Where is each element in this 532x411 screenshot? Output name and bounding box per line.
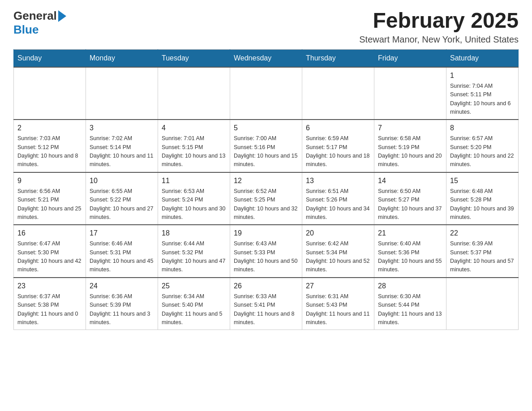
calendar-cell — [374, 67, 446, 120]
day-number: 2 — [17, 123, 82, 133]
day-info: Sunrise: 6:43 AM Sunset: 5:33 PM Dayligh… — [234, 240, 298, 274]
calendar-week-row: 2Sunrise: 7:03 AM Sunset: 5:12 PM Daylig… — [14, 120, 519, 172]
calendar-cell — [14, 67, 86, 120]
calendar-cell — [446, 278, 519, 330]
logo-blue-text: Blue — [13, 23, 39, 37]
calendar-cell: 18Sunrise: 6:44 AM Sunset: 5:32 PM Dayli… — [158, 225, 230, 278]
calendar-cell — [302, 67, 374, 120]
day-info: Sunrise: 6:52 AM Sunset: 5:25 PM Dayligh… — [234, 187, 298, 222]
day-info: Sunrise: 7:04 AM Sunset: 5:11 PM Dayligh… — [450, 82, 515, 117]
calendar-cell — [230, 67, 302, 120]
day-info: Sunrise: 6:40 AM Sunset: 5:36 PM Dayligh… — [378, 240, 442, 274]
title-section: February 2025 Stewart Manor, New York, U… — [359, 9, 519, 45]
day-number: 25 — [162, 281, 226, 291]
calendar-cell: 2Sunrise: 7:03 AM Sunset: 5:12 PM Daylig… — [14, 120, 86, 172]
day-info: Sunrise: 6:59 AM Sunset: 5:17 PM Dayligh… — [306, 134, 370, 169]
calendar-cell: 23Sunrise: 6:37 AM Sunset: 5:38 PM Dayli… — [14, 278, 86, 330]
page-header: General Blue February 2025 Stewart Manor… — [13, 9, 519, 45]
day-info: Sunrise: 6:55 AM Sunset: 5:22 PM Dayligh… — [90, 187, 154, 222]
calendar-cell: 1Sunrise: 7:04 AM Sunset: 5:11 PM Daylig… — [446, 67, 519, 120]
day-number: 10 — [90, 176, 154, 186]
calendar-weekday-friday: Friday — [374, 49, 446, 67]
calendar-week-row: 16Sunrise: 6:47 AM Sunset: 5:30 PM Dayli… — [14, 225, 519, 278]
calendar-cell: 12Sunrise: 6:52 AM Sunset: 5:25 PM Dayli… — [230, 172, 302, 225]
day-info: Sunrise: 6:57 AM Sunset: 5:20 PM Dayligh… — [450, 134, 515, 169]
day-number: 1 — [450, 70, 515, 81]
calendar-cell: 25Sunrise: 6:34 AM Sunset: 5:40 PM Dayli… — [158, 278, 230, 330]
day-number: 18 — [162, 228, 226, 239]
day-info: Sunrise: 6:44 AM Sunset: 5:32 PM Dayligh… — [162, 240, 226, 274]
day-number: 23 — [17, 281, 82, 291]
day-number: 15 — [450, 176, 515, 186]
day-info: Sunrise: 7:00 AM Sunset: 5:16 PM Dayligh… — [234, 134, 298, 169]
day-number: 24 — [90, 281, 154, 291]
day-info: Sunrise: 6:46 AM Sunset: 5:31 PM Dayligh… — [90, 240, 154, 274]
day-number: 4 — [162, 123, 226, 133]
day-number: 13 — [306, 176, 370, 186]
calendar-cell: 3Sunrise: 7:02 AM Sunset: 5:14 PM Daylig… — [86, 120, 158, 172]
day-number: 16 — [17, 228, 82, 239]
calendar-cell: 9Sunrise: 6:56 AM Sunset: 5:21 PM Daylig… — [14, 172, 86, 225]
calendar-cell: 24Sunrise: 6:36 AM Sunset: 5:39 PM Dayli… — [86, 278, 158, 330]
calendar-cell: 17Sunrise: 6:46 AM Sunset: 5:31 PM Dayli… — [86, 225, 158, 278]
logo: General Blue — [13, 9, 66, 37]
calendar-cell: 20Sunrise: 6:42 AM Sunset: 5:34 PM Dayli… — [302, 225, 374, 278]
day-info: Sunrise: 6:31 AM Sunset: 5:43 PM Dayligh… — [306, 292, 370, 327]
calendar-header-row: SundayMondayTuesdayWednesdayThursdayFrid… — [14, 49, 519, 67]
calendar-cell: 28Sunrise: 6:30 AM Sunset: 5:44 PM Dayli… — [374, 278, 446, 330]
calendar-weekday-wednesday: Wednesday — [230, 49, 302, 67]
day-number: 19 — [234, 228, 298, 239]
day-number: 21 — [378, 228, 442, 239]
calendar-cell: 22Sunrise: 6:39 AM Sunset: 5:37 PM Dayli… — [446, 225, 519, 278]
calendar-cell: 21Sunrise: 6:40 AM Sunset: 5:36 PM Dayli… — [374, 225, 446, 278]
calendar-cell: 7Sunrise: 6:58 AM Sunset: 5:19 PM Daylig… — [374, 120, 446, 172]
logo-triangle-icon — [58, 10, 66, 22]
calendar-cell: 16Sunrise: 6:47 AM Sunset: 5:30 PM Dayli… — [14, 225, 86, 278]
day-number: 14 — [378, 176, 442, 186]
day-number: 27 — [306, 281, 370, 291]
day-info: Sunrise: 6:33 AM Sunset: 5:41 PM Dayligh… — [234, 292, 298, 327]
calendar-weekday-monday: Monday — [86, 49, 158, 67]
day-number: 20 — [306, 228, 370, 239]
day-info: Sunrise: 6:50 AM Sunset: 5:27 PM Dayligh… — [378, 187, 442, 222]
calendar-table: SundayMondayTuesdayWednesdayThursdayFrid… — [13, 49, 519, 330]
day-info: Sunrise: 6:42 AM Sunset: 5:34 PM Dayligh… — [306, 240, 370, 274]
day-number: 7 — [378, 123, 442, 133]
day-number: 28 — [378, 281, 442, 291]
calendar-week-row: 23Sunrise: 6:37 AM Sunset: 5:38 PM Dayli… — [14, 278, 519, 330]
day-info: Sunrise: 6:30 AM Sunset: 5:44 PM Dayligh… — [378, 292, 442, 327]
calendar-cell: 13Sunrise: 6:51 AM Sunset: 5:26 PM Dayli… — [302, 172, 374, 225]
calendar-cell: 26Sunrise: 6:33 AM Sunset: 5:41 PM Dayli… — [230, 278, 302, 330]
calendar-cell: 8Sunrise: 6:57 AM Sunset: 5:20 PM Daylig… — [446, 120, 519, 172]
day-info: Sunrise: 6:34 AM Sunset: 5:40 PM Dayligh… — [162, 292, 226, 327]
calendar-cell: 19Sunrise: 6:43 AM Sunset: 5:33 PM Dayli… — [230, 225, 302, 278]
day-number: 3 — [90, 123, 154, 133]
day-info: Sunrise: 6:56 AM Sunset: 5:21 PM Dayligh… — [17, 187, 82, 222]
day-number: 8 — [450, 123, 515, 133]
day-info: Sunrise: 6:53 AM Sunset: 5:24 PM Dayligh… — [162, 187, 226, 222]
month-title: February 2025 — [359, 9, 519, 33]
calendar-weekday-thursday: Thursday — [302, 49, 374, 67]
day-number: 12 — [234, 176, 298, 186]
calendar-cell: 6Sunrise: 6:59 AM Sunset: 5:17 PM Daylig… — [302, 120, 374, 172]
day-info: Sunrise: 6:47 AM Sunset: 5:30 PM Dayligh… — [17, 240, 82, 274]
day-number: 26 — [234, 281, 298, 291]
logo-general-text: General — [13, 9, 57, 23]
calendar-cell: 10Sunrise: 6:55 AM Sunset: 5:22 PM Dayli… — [86, 172, 158, 225]
calendar-cell — [158, 67, 230, 120]
day-info: Sunrise: 6:36 AM Sunset: 5:39 PM Dayligh… — [90, 292, 154, 327]
calendar-cell — [86, 67, 158, 120]
calendar-weekday-tuesday: Tuesday — [158, 49, 230, 67]
day-info: Sunrise: 7:03 AM Sunset: 5:12 PM Dayligh… — [17, 134, 82, 169]
day-number: 9 — [17, 176, 82, 186]
calendar-cell: 14Sunrise: 6:50 AM Sunset: 5:27 PM Dayli… — [374, 172, 446, 225]
calendar-week-row: 1Sunrise: 7:04 AM Sunset: 5:11 PM Daylig… — [14, 67, 519, 120]
day-number: 6 — [306, 123, 370, 133]
day-number: 17 — [90, 228, 154, 239]
calendar-cell: 11Sunrise: 6:53 AM Sunset: 5:24 PM Dayli… — [158, 172, 230, 225]
calendar-cell: 27Sunrise: 6:31 AM Sunset: 5:43 PM Dayli… — [302, 278, 374, 330]
day-info: Sunrise: 6:58 AM Sunset: 5:19 PM Dayligh… — [378, 134, 442, 169]
day-number: 5 — [234, 123, 298, 133]
day-info: Sunrise: 6:37 AM Sunset: 5:38 PM Dayligh… — [17, 292, 82, 327]
calendar-cell: 5Sunrise: 7:00 AM Sunset: 5:16 PM Daylig… — [230, 120, 302, 172]
